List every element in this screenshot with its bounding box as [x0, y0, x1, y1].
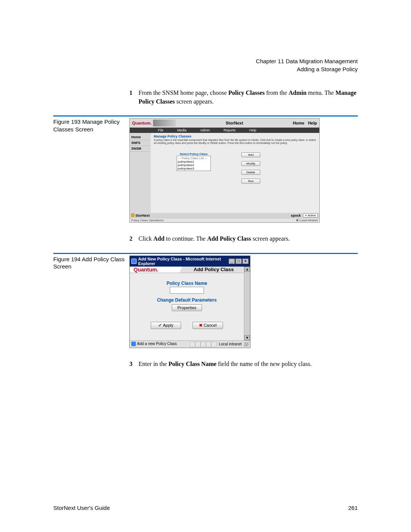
policy-class-listbox[interactable]: --- Policy Class List --- policyclass1 p…: [177, 156, 211, 171]
figure-193: Figure 193 Manage Policy Classes Screen …: [53, 115, 358, 223]
status-zone: Local intranet: [219, 342, 242, 346]
panel-description: A policy class is the essential componen…: [154, 139, 316, 144]
logo-graphic: [153, 120, 176, 126]
add-button[interactable]: Add: [241, 152, 260, 157]
footer-left: StorNext User's Guide: [53, 505, 110, 511]
resize-grip-icon[interactable]: [244, 342, 249, 347]
step-2: 2 Click Add to continue. The Add Policy …: [129, 234, 358, 243]
step-3: 3 Enter in the Policy Class Name field t…: [129, 359, 358, 368]
scrollbar[interactable]: ▲ ▼: [244, 267, 250, 340]
figure-194-caption: Figure 194 Add Policy Class Screen: [53, 253, 129, 270]
ie-status-zone: Local intranet: [296, 219, 318, 222]
section-line: Adding a Storage Policy: [53, 65, 358, 73]
footer-page-number: 261: [348, 505, 358, 511]
scroll-up-icon[interactable]: ▲: [244, 267, 250, 272]
ie-icon: [131, 259, 137, 264]
ie-status-bar: Add a new Policy Class Local intranet: [130, 340, 250, 348]
app-topbar: Quantum StorNext Home Help: [130, 118, 319, 128]
dialog-title: Add Policy Class: [183, 267, 244, 273]
list-item[interactable]: policyclass3: [178, 167, 210, 170]
apply-button[interactable]: ✔Apply: [151, 322, 181, 329]
step-1: 1 From the SNSM home page, choose Policy…: [129, 88, 358, 106]
ie-status-left: Policy Class Operations: [131, 219, 164, 222]
menu-media[interactable]: Media: [170, 128, 194, 133]
ie-status-bar: Policy Class Operations Local intranet: [130, 218, 319, 222]
menu-bar: File Media Admin Reports Help: [130, 128, 319, 133]
window-title: Add New Policy Class - Microsoft Interne…: [138, 257, 229, 266]
app-title: StorNext: [176, 121, 293, 125]
figure-194: Figure 194 Add Policy Class Screen Add N…: [53, 253, 358, 348]
status-host: spock: [291, 214, 301, 217]
listbox-label: Select Policy Class: [177, 152, 211, 156]
quantum-logo: Quantum: [132, 121, 151, 125]
step-2-number: 2: [129, 234, 139, 243]
step-3-number: 3: [129, 359, 139, 368]
home-link[interactable]: Home: [293, 121, 304, 125]
check-icon: ✔: [158, 323, 162, 328]
minimize-button[interactable]: _: [229, 259, 235, 264]
step-1-text: From the SNSM home page, choose Policy C…: [139, 88, 358, 106]
run-button[interactable]: Run: [241, 179, 260, 184]
step-3-text: Enter in the Policy Class Name field the…: [139, 359, 358, 368]
help-link[interactable]: Help: [308, 121, 317, 125]
listbox-header: --- Policy Class List ---: [178, 157, 210, 160]
app-status-bar: StorNext spock Active: [130, 213, 319, 218]
sidebar: Home SNFS SNSM: [130, 133, 151, 213]
sidebar-item-home[interactable]: Home: [130, 134, 151, 140]
close-button[interactable]: ×: [242, 259, 249, 264]
modify-button[interactable]: Modify: [241, 161, 260, 166]
menu-admin[interactable]: Admin: [193, 128, 217, 133]
screenshot-manage-policy-classes: Quantum StorNext Home Help File Media Ad…: [129, 118, 320, 223]
x-icon: ✖: [199, 323, 202, 328]
properties-button[interactable]: Properties: [172, 304, 202, 311]
step-1-number: 1: [129, 88, 139, 106]
scroll-down-icon[interactable]: ▼: [244, 335, 250, 340]
change-default-params-label: Change Default Parameters: [134, 297, 240, 303]
sidebar-item-snfs[interactable]: SNFS: [130, 140, 151, 146]
menu-help[interactable]: Help: [242, 128, 263, 133]
chapter-header: Chapter 11 Data Migration Management Add…: [53, 57, 358, 73]
panel-heading: Manage Policy Classes: [154, 134, 316, 138]
policy-class-name-label: Policy Class Name: [134, 281, 240, 286]
step-2-text: Click Add to continue. The Add Policy Cl…: [139, 234, 358, 243]
status-active-badge: Active: [303, 213, 318, 217]
status-left: Add a new Policy Class: [137, 342, 177, 346]
main-panel: Manage Policy Classes A policy class is …: [151, 133, 319, 213]
maximize-button[interactable]: □: [236, 259, 242, 264]
figure-193-caption: Figure 193 Manage Policy Classes Screen: [53, 115, 129, 133]
page-footer: StorNext User's Guide 261: [53, 505, 358, 511]
sidebar-item-snsm[interactable]: SNSM: [130, 146, 151, 152]
favicon-icon: [131, 214, 134, 217]
delete-button[interactable]: Delete: [241, 170, 260, 175]
cancel-button[interactable]: ✖Cancel: [193, 322, 223, 329]
menu-file[interactable]: File: [151, 128, 170, 133]
screenshot-add-policy-class: Add New Policy Class - Microsoft Interne…: [129, 256, 250, 348]
policy-class-name-input[interactable]: [170, 287, 204, 294]
list-item[interactable]: policyclass2: [178, 163, 210, 167]
status-app-name: StorNext: [135, 214, 150, 217]
ie-icon: [131, 342, 136, 346]
menu-reports[interactable]: Reports: [217, 128, 243, 133]
chapter-line: Chapter 11 Data Migration Management: [53, 57, 358, 65]
quantum-logo: Quantum.: [134, 267, 158, 273]
window-titlebar: Add New Policy Class - Microsoft Interne…: [130, 256, 250, 267]
list-item[interactable]: policyclass1: [178, 160, 210, 163]
